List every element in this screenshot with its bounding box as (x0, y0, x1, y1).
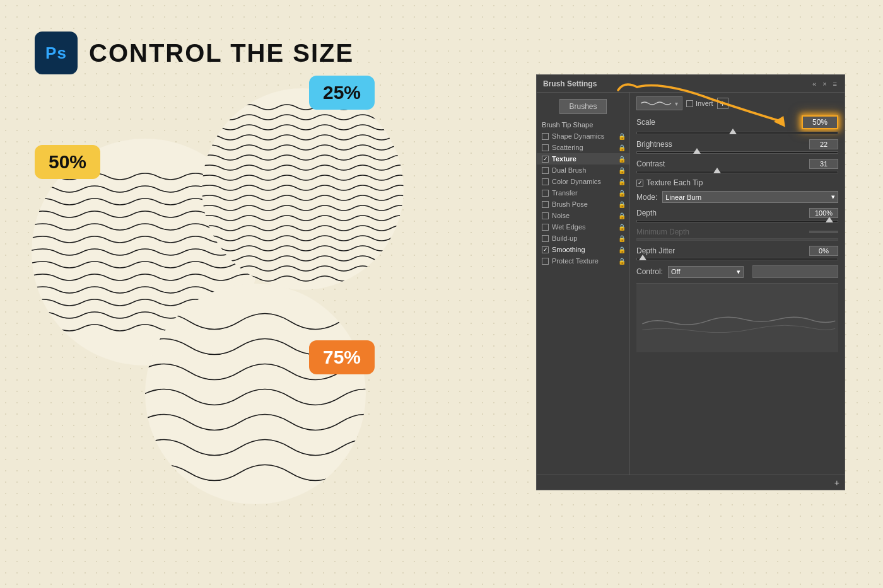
brush-preview-selector[interactable]: ▾ (636, 96, 682, 110)
sidebar-item-brush-tip-shape[interactable]: Brush Tip Shape (537, 119, 629, 130)
smoothing-label: Smoothing (552, 246, 585, 253)
svg-point-1 (202, 88, 404, 290)
sidebar-item-buildup[interactable]: Build-up 🔒 (537, 233, 629, 244)
brightness-slider-container (636, 151, 838, 154)
brush-pose-checkbox[interactable] (542, 201, 549, 208)
ps-logo: Ps (35, 32, 78, 74)
texture-each-tip-label: Texture Each Tip (646, 178, 703, 187)
color-dynamics-lock: 🔒 (618, 178, 626, 185)
texture-checkbox[interactable] (542, 156, 549, 163)
texture-lock: 🔒 (618, 156, 626, 163)
texture-label: Texture (552, 155, 576, 163)
shape-dynamics-checkbox[interactable] (542, 133, 549, 140)
panel-controls: « × ≡ (811, 80, 838, 88)
mode-label: Mode: (636, 193, 657, 202)
scale-slider-thumb[interactable] (729, 129, 737, 134)
brush-tip-shape-label: Brush Tip Shape (542, 121, 593, 129)
dual-brush-lock: 🔒 (618, 167, 626, 174)
smoothing-checkbox[interactable] (542, 246, 549, 253)
panel-sidebar: Brushes Brush Tip Shape Shape Dynamics 🔒 (537, 93, 630, 475)
min-depth-slider-container (636, 238, 838, 241)
min-depth-row: Minimum Depth (636, 228, 838, 236)
scale-row: Scale 50% (636, 115, 838, 129)
dual-brush-checkbox[interactable] (542, 167, 549, 174)
panel-close-btn[interactable]: × (821, 80, 827, 88)
sidebar-item-scattering[interactable]: Scattering 🔒 (537, 142, 629, 153)
transfer-checkbox[interactable] (542, 190, 549, 197)
control-label: Control: (636, 267, 663, 276)
buildup-label: Build-up (552, 234, 577, 242)
contrast-slider-track[interactable] (636, 171, 838, 173)
depth-jitter-label: Depth Jitter (636, 246, 675, 255)
depth-jitter-row: Depth Jitter 0% (636, 246, 838, 256)
sidebar-item-brush-pose[interactable]: Brush Pose 🔒 (537, 199, 629, 210)
color-dynamics-label: Color Dynamics (552, 178, 601, 185)
depth-jitter-slider-thumb[interactable] (639, 255, 646, 260)
control-select-arrow: ▾ (737, 268, 740, 276)
contrast-label: Contrast (636, 159, 665, 168)
noise-lock: 🔒 (618, 212, 626, 219)
contrast-value[interactable]: 31 (809, 159, 838, 169)
invert-checkbox-row: Invert (686, 100, 713, 107)
panel-titlebar: Brush Settings « × ≡ (537, 75, 845, 93)
scale-slider-container (636, 132, 838, 134)
buildup-checkbox[interactable] (542, 235, 549, 242)
mode-row: Mode: Linear Burn ▾ (636, 191, 838, 203)
badge-75: 75% (309, 340, 375, 374)
sidebar-item-dual-brush[interactable]: Dual Brush 🔒 (537, 164, 629, 176)
brightness-value[interactable]: 22 (809, 139, 838, 149)
depth-value[interactable]: 100% (809, 208, 838, 218)
panel-footer: + (537, 475, 845, 490)
wet-edges-checkbox[interactable] (542, 224, 549, 231)
contrast-slider-container (636, 171, 838, 173)
sidebar-item-texture[interactable]: Texture 🔒 (537, 153, 629, 164)
color-dynamics-checkbox[interactable] (542, 178, 549, 185)
sidebar-item-transfer[interactable]: Transfer 🔒 (537, 187, 629, 199)
depth-slider-track[interactable] (636, 220, 838, 222)
circle-25 (202, 88, 404, 290)
buildup-lock: 🔒 (618, 235, 626, 242)
protect-texture-lock: 🔒 (618, 258, 626, 265)
contrast-slider-thumb[interactable] (713, 168, 721, 173)
brush-preview-icon (641, 98, 672, 108)
brightness-slider-thumb[interactable] (693, 148, 701, 154)
circle-75 (145, 284, 366, 504)
mode-select[interactable]: Linear Burn ▾ (662, 191, 838, 203)
depth-jitter-value[interactable]: 0% (809, 246, 838, 256)
scale-value-input[interactable]: 50% (802, 115, 838, 129)
brightness-label: Brightness (636, 140, 672, 149)
noise-checkbox[interactable] (542, 212, 549, 219)
wave-pattern-25 (202, 88, 404, 290)
badge-25: 25% (309, 76, 375, 110)
sidebar-item-protect-texture[interactable]: Protect Texture 🔒 (537, 255, 629, 267)
depth-jitter-slider-track[interactable] (636, 258, 838, 260)
panel-collapse-btn[interactable]: « (811, 80, 817, 88)
depth-row: Depth 100% (636, 208, 838, 218)
sidebar-item-shape-dynamics[interactable]: Shape Dynamics 🔒 (537, 130, 629, 142)
add-texture-btn[interactable]: + (717, 98, 728, 109)
mode-select-arrow: ▾ (831, 193, 835, 201)
dual-brush-label: Dual Brush (552, 166, 586, 174)
scale-slider-track[interactable] (636, 132, 838, 134)
panel-menu-btn[interactable]: ≡ (832, 80, 838, 88)
svg-point-2 (145, 284, 366, 504)
sidebar-item-smoothing[interactable]: Smoothing 🔒 (537, 244, 629, 255)
panel-title: Brush Settings (543, 79, 597, 88)
sidebar-item-wet-edges[interactable]: Wet Edges 🔒 (537, 221, 629, 233)
brush-pose-label: Brush Pose (552, 200, 588, 208)
protect-texture-checkbox[interactable] (542, 258, 549, 265)
control-select[interactable]: Off ▾ (668, 266, 744, 278)
protect-texture-label: Protect Texture (552, 257, 599, 265)
panel-add-btn[interactable]: + (834, 478, 839, 488)
transfer-lock: 🔒 (618, 190, 626, 197)
scattering-checkbox[interactable] (542, 144, 549, 151)
depth-slider-thumb[interactable] (826, 217, 833, 222)
page-title: CONTROL THE SIZE (89, 39, 354, 67)
texture-each-tip-checkbox[interactable] (636, 180, 643, 187)
sidebar-item-color-dynamics[interactable]: Color Dynamics 🔒 (537, 176, 629, 187)
brightness-slider-track[interactable] (636, 151, 838, 154)
invert-checkbox[interactable] (686, 100, 693, 107)
texture-each-tip-row: Texture Each Tip (636, 178, 838, 187)
sidebar-item-noise[interactable]: Noise 🔒 (537, 210, 629, 221)
brushes-button[interactable]: Brushes (559, 99, 606, 114)
